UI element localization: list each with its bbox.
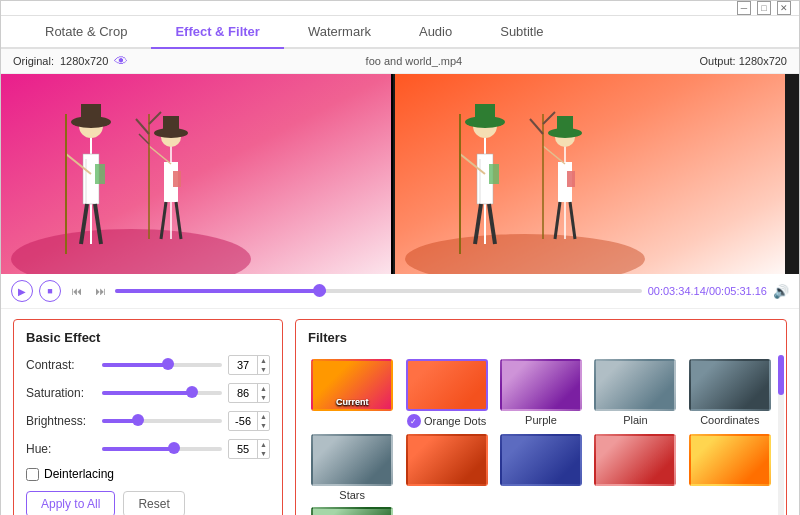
eye-icon[interactable]: 👁 <box>114 53 128 69</box>
filter-name-stars: Stars <box>339 489 365 501</box>
svg-rect-31 <box>475 104 495 122</box>
brightness-slider[interactable] <box>102 419 222 423</box>
contrast-input[interactable] <box>229 357 257 373</box>
brightness-spinner[interactable]: ▲ ▼ <box>228 411 270 431</box>
tab-subtitle[interactable]: Subtitle <box>476 16 567 49</box>
preview-canvas-left <box>1 74 391 274</box>
filter-item-r2-3[interactable] <box>591 434 679 501</box>
hue-input[interactable] <box>229 441 257 457</box>
deinterlacing-checkbox[interactable] <box>26 468 39 481</box>
preview-canvas-right <box>395 74 785 274</box>
original-info: Original: 1280x720 👁 <box>13 53 128 69</box>
contrast-up[interactable]: ▲ <box>258 356 269 365</box>
maximize-button[interactable]: □ <box>757 1 771 15</box>
tab-effect[interactable]: Effect & Filter <box>151 16 284 49</box>
filters-title: Filters <box>308 330 774 345</box>
main-window: ─ □ ✕ Rotate & Crop Effect & Filter Wate… <box>0 0 800 515</box>
filter-label-plain: Plain <box>623 414 647 426</box>
saturation-label: Saturation: <box>26 386 96 400</box>
svg-rect-46 <box>567 171 575 187</box>
filename-display: foo and world_.mp4 <box>128 55 699 67</box>
contrast-slider[interactable] <box>102 363 222 367</box>
hue-slider[interactable] <box>102 447 222 451</box>
filter-item-r2-1[interactable] <box>402 434 490 501</box>
volume-icon[interactable]: 🔊 <box>773 284 789 299</box>
filter-item-r2-5[interactable] <box>308 507 396 515</box>
title-bar: ─ □ ✕ <box>1 1 799 16</box>
main-content: Basic Effect Contrast: ▲ ▼ Satur <box>1 309 799 515</box>
skip-back-button[interactable]: ⏮ <box>67 282 85 300</box>
hue-label: Hue: <box>26 442 96 456</box>
deinterlacing-label: Deinterlacing <box>44 467 114 481</box>
filter-item-coordinates[interactable]: Coordinates <box>686 359 774 428</box>
saturation-up[interactable]: ▲ <box>258 384 269 393</box>
brightness-up[interactable]: ▲ <box>258 412 269 421</box>
progress-thumb[interactable] <box>313 284 326 297</box>
stop-button[interactable]: ■ <box>39 280 61 302</box>
window-controls: ─ □ ✕ <box>737 1 791 15</box>
svg-rect-10 <box>95 164 105 184</box>
svg-rect-36 <box>489 164 499 184</box>
hue-down[interactable]: ▼ <box>258 449 269 458</box>
hue-spinner[interactable]: ▲ ▼ <box>228 439 270 459</box>
saturation-input[interactable] <box>229 385 257 401</box>
filter-thumb-r2-3 <box>594 434 676 486</box>
brightness-row: Brightness: ▲ ▼ <box>26 411 270 431</box>
saturation-thumb[interactable] <box>186 386 198 398</box>
contrast-row: Contrast: ▲ ▼ <box>26 355 270 375</box>
filter-label-orange-dots: ✓ Orange Dots <box>407 414 486 428</box>
basic-effect-panel: Basic Effect Contrast: ▲ ▼ Satur <box>13 319 283 515</box>
brightness-down[interactable]: ▼ <box>258 421 269 430</box>
saturation-spinner[interactable]: ▲ ▼ <box>228 383 270 403</box>
saturation-down[interactable]: ▼ <box>258 393 269 402</box>
tab-audio[interactable]: Audio <box>395 16 476 49</box>
minimize-button[interactable]: ─ <box>737 1 751 15</box>
brightness-thumb[interactable] <box>132 414 144 426</box>
progress-fill <box>115 289 326 293</box>
brightness-input[interactable] <box>229 413 257 429</box>
close-button[interactable]: ✕ <box>777 1 791 15</box>
contrast-down[interactable]: ▼ <box>258 365 269 374</box>
brightness-label: Brightness: <box>26 414 96 428</box>
filter-thumb-orange-dots <box>406 359 488 411</box>
svg-rect-5 <box>81 104 101 122</box>
hue-arrows: ▲ ▼ <box>257 440 269 458</box>
contrast-label: Contrast: <box>26 358 96 372</box>
progress-track[interactable] <box>115 289 642 293</box>
reset-button[interactable]: Reset <box>123 491 184 515</box>
filter-item-r2-2[interactable] <box>497 434 585 501</box>
filter-item-r2-4[interactable] <box>686 434 774 501</box>
current-label: Current <box>336 397 369 407</box>
output-info: Output: 1280x720 <box>700 55 787 67</box>
scroll-thumb[interactable] <box>778 355 784 395</box>
original-resolution: 1280x720 <box>60 55 108 67</box>
tab-watermark[interactable]: Watermark <box>284 16 395 49</box>
skip-forward-button[interactable]: ⏭ <box>91 282 109 300</box>
apply-to-all-button[interactable]: Apply to All <box>26 491 115 515</box>
filter-name-plain: Plain <box>623 414 647 426</box>
filter-label-coordinates: Coordinates <box>700 414 759 426</box>
saturation-slider[interactable] <box>102 391 222 395</box>
hue-up[interactable]: ▲ <box>258 440 269 449</box>
filter-item-plain[interactable]: Plain <box>591 359 679 428</box>
play-button[interactable]: ▶ <box>11 280 33 302</box>
filter-thumb-purple <box>500 359 582 411</box>
scroll-track <box>778 355 784 515</box>
contrast-spinner[interactable]: ▲ ▼ <box>228 355 270 375</box>
filter-label-stars: Stars <box>339 489 365 501</box>
filter-thumb-stars <box>311 434 393 486</box>
filter-thumb-current: Current <box>311 359 393 411</box>
basic-effect-title: Basic Effect <box>26 330 270 345</box>
contrast-thumb[interactable] <box>162 358 174 370</box>
filter-item-purple[interactable]: Purple <box>497 359 585 428</box>
filter-thumb-coordinates <box>689 359 771 411</box>
tab-rotate[interactable]: Rotate & Crop <box>21 16 151 49</box>
filter-item-orange-dots[interactable]: ✓ Orange Dots <box>402 359 490 428</box>
original-label: Original: <box>13 55 54 67</box>
hue-thumb[interactable] <box>168 442 180 454</box>
filter-name-purple: Purple <box>525 414 557 426</box>
filter-thumb-r2-5 <box>311 507 393 515</box>
filter-item-stars[interactable]: Stars <box>308 434 396 501</box>
filters-scroll: Current ✓ Orange Dots <box>308 355 774 515</box>
filter-item-current[interactable]: Current <box>308 359 396 428</box>
